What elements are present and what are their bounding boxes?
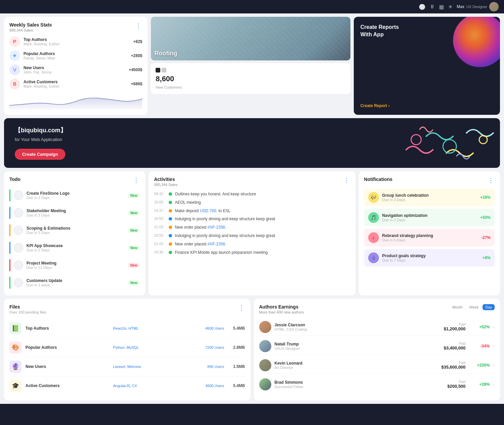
notification-icon: 🎵	[368, 212, 379, 223]
sales-info: New Users John, Pat, Jimmy	[23, 65, 125, 74]
roofing-image: Roofing	[151, 17, 350, 60]
sales-item-people: Mark, Rowling, Esther	[23, 42, 130, 46]
avatar[interactable]	[489, 2, 499, 11]
tab-month[interactable]: Month	[450, 304, 465, 310]
notification-value: -27%	[481, 235, 491, 240]
file-name: Active Customers	[25, 383, 109, 388]
notifications-card: Notifications ⋮ 🎶 Group lunch celebratio…	[359, 171, 500, 295]
sales-info: Top Authors Mark, Rowling, Esther	[23, 37, 130, 46]
author-name: Natali Trump	[275, 342, 441, 346]
sales-item-people: Randy, Steve, Mike	[23, 56, 128, 60]
todo-bar	[9, 189, 10, 201]
activities-menu[interactable]: ⋮	[343, 177, 350, 184]
authors-title: Authors Earnings	[259, 304, 304, 310]
create-campaign-button[interactable]: Create Campaign	[15, 149, 65, 160]
todo-checkbox[interactable]	[14, 261, 23, 270]
list-item: Scoping & Estimations Due in 5 Days New	[9, 223, 140, 238]
activity-link[interactable]: #XF-2356.	[208, 225, 226, 230]
campaign-subtitle: for Your Web Application	[15, 137, 489, 142]
todo-bar	[9, 277, 10, 289]
todo-bar	[9, 259, 10, 271]
todo-info: Scoping & Estimations Due in 5 Days	[26, 226, 124, 235]
status-badge: New	[128, 228, 140, 233]
activity-text: Make deposit USD 700. to ESL	[175, 208, 230, 214]
activity-dot	[169, 217, 172, 221]
file-size: 2.8MB	[228, 345, 245, 350]
avatar	[259, 340, 271, 352]
file-name: Popular Authors	[25, 345, 109, 350]
todo-due: Due in 5 Days	[26, 231, 124, 235]
user-name: Max	[457, 4, 464, 9]
stats-icon[interactable]: ⏸	[430, 4, 435, 10]
author-name: Brad Simmons	[275, 380, 444, 385]
list-item: 10:00 AEOL meeting	[154, 200, 350, 205]
files-menu[interactable]: ⋮	[238, 304, 245, 312]
todo-menu[interactable]: ⋮	[133, 177, 140, 184]
activity-link[interactable]: #XF-2356.	[208, 242, 226, 246]
list-item: 🎶 Group lunch celebration Due in 2 Days …	[364, 189, 495, 206]
user-profile[interactable]: Max UX Designer	[457, 2, 499, 11]
notification-value: +50%	[480, 215, 491, 220]
todo-due: Due in 12 Days	[26, 266, 124, 270]
file-users: 4600 Users	[201, 326, 224, 330]
tab-week[interactable]: Week	[467, 304, 482, 310]
create-report-link[interactable]: Create Report ›	[360, 103, 493, 108]
todo-card: Todo ⋮ Create FireStone Logo Due in 2 Da…	[4, 171, 145, 295]
activity-link[interactable]: USD 700.	[200, 208, 217, 213]
notification-due: Due in 2 Days	[382, 218, 477, 222]
notification-info: Product goals strategy Due in 7 Days	[382, 253, 479, 262]
chevron-right-icon[interactable]: ›	[493, 363, 495, 368]
status-badge: New	[128, 210, 140, 216]
user-role: UX Designer	[466, 5, 487, 9]
todo-checkbox[interactable]	[14, 191, 23, 200]
table-row: Kevin Leonard Art Director Paid $35,600,…	[259, 357, 495, 374]
popular-authors-icon: ✈	[9, 50, 20, 61]
sales-item-top-authors: P Top Authors Mark, Rowling, Esther +82$	[9, 36, 142, 47]
todo-checkbox[interactable]	[14, 226, 23, 235]
author-amount: $3,400,000	[444, 345, 465, 350]
author-change: -34%	[473, 344, 490, 348]
author-payment: Paid $200,500	[447, 380, 465, 389]
notifications-header: Notifications ⋮	[364, 177, 495, 184]
todo-checkbox[interactable]	[14, 208, 23, 218]
author-role: Art Director	[275, 366, 438, 370]
chevron-right-icon[interactable]: ›	[493, 324, 495, 330]
search-icon[interactable]: ⚪	[419, 4, 426, 10]
activity-dot	[169, 234, 172, 237]
activity-time: 10:30	[154, 250, 166, 254]
campaign-banner: 【biqubiqu.com】 for Your Web Application …	[4, 118, 500, 168]
paid-label: Paid	[447, 380, 465, 384]
sales-list: P Top Authors Mark, Rowling, Esther +82$…	[9, 36, 142, 89]
todo-checkbox[interactable]	[14, 243, 23, 252]
notifications-menu[interactable]: ⋮	[488, 177, 495, 184]
activities-header: Activities 890,344 Sales ⋮	[154, 177, 350, 187]
sales-item-name: Popular Authors	[23, 51, 128, 56]
notification-icon: 🎶	[368, 192, 379, 203]
activity-time: 16:50	[154, 233, 166, 237]
weekly-sales-header: Weekly Sales Stats 890,344 Sales ⋮	[9, 22, 142, 32]
brightness-icon[interactable]: ☀	[448, 4, 453, 10]
notification-info: Group lunch celebration Due in 2 Days	[382, 193, 477, 202]
chevron-right-icon[interactable]: ›	[493, 382, 495, 387]
tab-day[interactable]: Day	[483, 304, 495, 310]
todo-name: Scoping & Estimations	[26, 226, 124, 231]
todo-checkbox[interactable]	[14, 278, 23, 287]
status-badge: New	[128, 193, 140, 198]
sales-item-name: Top Authors	[23, 37, 130, 42]
list-item: 🎵 Navigation optimization Due in 2 Days …	[364, 209, 495, 226]
new-customers-label: New Customers	[156, 85, 345, 89]
status-badge: New	[128, 245, 140, 250]
activity-time: 10:00	[154, 200, 166, 204]
todo-due: Due in 2 Days	[26, 196, 124, 200]
activity-dot	[169, 226, 172, 229]
notification-name: Navigation optimization	[382, 213, 477, 218]
grid-icon[interactable]: ▦	[439, 4, 444, 10]
active-customers-icon: B	[9, 79, 20, 89]
activity-dot	[169, 209, 172, 212]
paid-label: Paid	[444, 323, 465, 326]
sales-item-value: +4500$	[129, 67, 142, 72]
chevron-right-icon[interactable]: ›	[493, 343, 495, 349]
weekly-sales-menu[interactable]: ⋮	[135, 22, 142, 30]
campaign-title: 【biqubiqu.com】	[15, 126, 489, 134]
sales-item-active-customers: B Active Customers Mark, Rowling, Esther…	[9, 79, 142, 89]
